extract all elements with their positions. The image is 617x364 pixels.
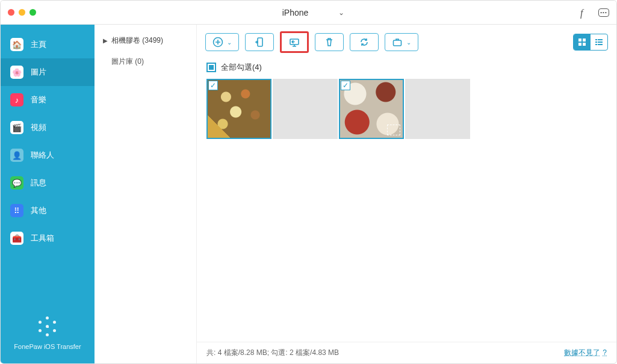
album-label: 相機膠卷 (3499) (111, 35, 163, 46)
album-camera-roll[interactable]: ▶ 相機膠卷 (3499) (101, 32, 190, 49)
svg-rect-1 (258, 38, 262, 46)
sidebar-item-label: 其他 (31, 205, 46, 216)
refresh-icon (359, 37, 370, 48)
sidebar-item-video[interactable]: 🎬 視頻 (1, 114, 95, 141)
grid-icon (578, 38, 586, 46)
chevron-down-icon: ⌄ (227, 39, 232, 46)
svg-rect-11 (598, 42, 603, 43)
svg-rect-10 (595, 42, 597, 43)
view-switch (573, 34, 608, 51)
selection-marquee-icon (387, 125, 400, 135)
svg-rect-9 (598, 39, 603, 40)
triangle-right-icon: ▶ (103, 37, 108, 44)
music-icon: ♪ (10, 93, 23, 106)
to-computer-icon (289, 37, 300, 48)
svg-rect-3 (394, 40, 402, 46)
album-list: ▶ 相機膠卷 (3499) 圖片庫 (0) (95, 25, 197, 363)
svg-rect-13 (598, 44, 603, 45)
photo-grid: ✓ ✓ (197, 79, 616, 139)
device-name: iPhone (282, 8, 309, 17)
sidebar-item-label: 音樂 (31, 94, 46, 105)
select-all-row[interactable]: 全部勾選(4) (197, 60, 616, 79)
photo-thumbnail[interactable]: ✓ (206, 79, 271, 139)
photo-thumbnail[interactable] (273, 79, 338, 139)
svg-rect-4 (578, 39, 581, 42)
messages-icon: 💬 (10, 176, 23, 190)
sidebar-item-messages[interactable]: 💬 訊息 (1, 169, 95, 197)
svg-rect-5 (583, 39, 586, 42)
contacts-icon: 👤 (10, 149, 23, 162)
brand-name: FonePaw iOS Transfer (5, 343, 90, 350)
sidebar-item-label: 工具箱 (31, 233, 54, 244)
video-icon: 🎬 (10, 121, 23, 134)
photo-thumbnail[interactable] (405, 79, 470, 139)
status-text: 共: 4 檔案/8.28 MB; 勾選: 2 檔案/4.83 MB (206, 348, 339, 358)
grid-view-button[interactable] (574, 34, 591, 50)
delete-button[interactable] (315, 33, 344, 51)
toolbar: ⌄ ⌄ (197, 25, 616, 60)
status-bar: 共: 4 檔案/8.28 MB; 勾選: 2 檔案/4.83 MB 數據不見了? (197, 342, 616, 363)
more-icon[interactable]: ••• (598, 8, 609, 17)
sidebar-item-home[interactable]: 🏠 主頁 (1, 31, 95, 58)
sidebar-item-label: 視頻 (31, 122, 46, 133)
sidebar-item-photos[interactable]: 🌸 圖片 (1, 58, 95, 86)
home-icon: 🏠 (10, 38, 23, 51)
brand-footer: FonePaw iOS Transfer (1, 306, 95, 363)
photo-thumbnail[interactable]: ✓ (339, 79, 404, 139)
sidebar-item-label: 圖片 (31, 67, 46, 78)
sidebar-item-label: 主頁 (31, 39, 46, 50)
sidebar-item-toolbox[interactable]: 🧰 工具箱 (1, 224, 95, 252)
list-view-button[interactable] (591, 34, 607, 50)
maximize-window-button[interactable] (29, 9, 36, 16)
chevron-down-icon: ⌄ (406, 39, 411, 46)
minimize-window-button[interactable] (19, 9, 25, 16)
svg-rect-8 (595, 39, 597, 40)
other-icon: ⠿ (10, 204, 23, 217)
select-all-label: 全部勾選(4) (221, 62, 262, 73)
data-missing-link[interactable]: 數據不見了? (564, 348, 607, 358)
export-to-computer-button[interactable] (280, 31, 309, 53)
titlebar: iPhone ⌄ f ••• (1, 1, 616, 25)
sidebar-item-label: 訊息 (31, 177, 46, 188)
window-controls (8, 9, 36, 16)
toolbox-icon: 🧰 (10, 232, 23, 245)
refresh-button[interactable] (350, 33, 379, 51)
check-icon: ✓ (208, 81, 218, 90)
sidebar-item-label: 聯絡人 (31, 150, 54, 161)
select-all-checkbox[interactable] (206, 63, 216, 72)
check-icon: ✓ (341, 81, 350, 90)
add-button[interactable]: ⌄ (205, 33, 239, 51)
feedback-icon[interactable]: f (580, 8, 590, 17)
sidebar: 🏠 主頁 🌸 圖片 ♪ 音樂 🎬 視頻 👤 聯絡人 💬 訊息 (1, 25, 95, 363)
toolbox-button[interactable]: ⌄ (385, 33, 418, 51)
briefcase-icon (392, 37, 403, 48)
close-window-button[interactable] (8, 9, 14, 16)
export-to-device-button[interactable] (245, 33, 274, 51)
to-device-icon (254, 37, 265, 48)
svg-rect-12 (595, 44, 597, 45)
photos-icon: 🌸 (10, 66, 23, 79)
album-photo-library[interactable]: 圖片庫 (0) (101, 53, 190, 70)
plus-circle-icon (212, 37, 223, 48)
device-selector[interactable]: iPhone ⌄ (273, 8, 345, 17)
svg-rect-7 (583, 43, 586, 46)
chevron-down-icon: ⌄ (338, 8, 344, 17)
brand-logo-icon (37, 316, 58, 337)
album-label: 圖片庫 (0) (111, 57, 144, 67)
content-area: ⌄ ⌄ (197, 25, 616, 363)
sidebar-item-music[interactable]: ♪ 音樂 (1, 86, 95, 114)
sidebar-item-other[interactable]: ⠿ 其他 (1, 197, 95, 224)
trash-icon (324, 37, 335, 48)
list-icon (595, 38, 603, 46)
sidebar-item-contacts[interactable]: 👤 聯絡人 (1, 141, 95, 169)
svg-rect-6 (578, 43, 581, 46)
